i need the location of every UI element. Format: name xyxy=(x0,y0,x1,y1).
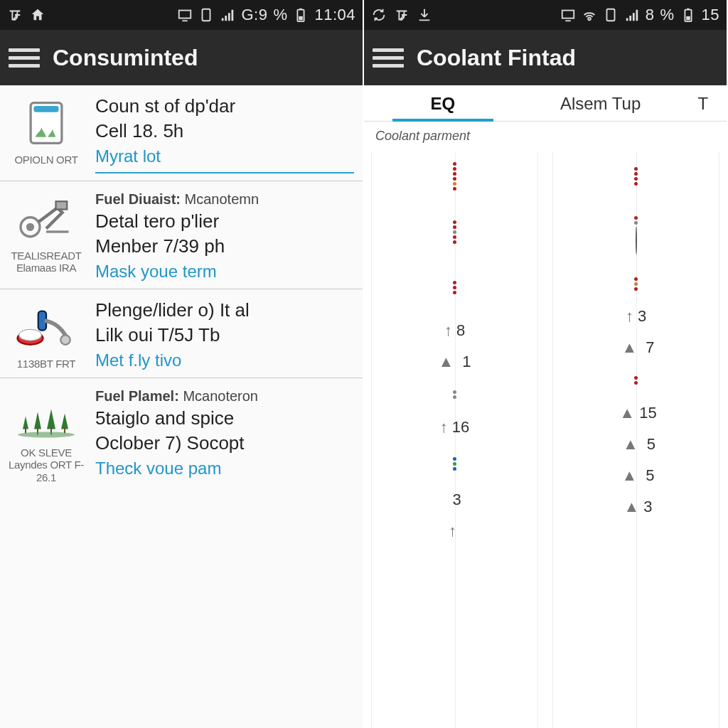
chart-value: ↑ 8 xyxy=(444,321,465,340)
list-item-content: Fuel Diuaist: Mcanotemn Detal tero p'lie… xyxy=(95,191,354,282)
row-link[interactable]: Theck voue pam xyxy=(95,457,354,478)
signal-icon xyxy=(624,7,640,23)
thumb-caption: OK SLEVE Layndes ORT F-26.1 xyxy=(7,446,85,483)
row-line2: Detal tero p'lier xyxy=(95,210,354,232)
home-icon xyxy=(30,7,46,23)
sim-icon xyxy=(603,7,619,23)
row-line2: 5taiglo and spice xyxy=(95,407,354,429)
chart-area[interactable]: ↑ 8 ▲ 1 ↑ 16 3 ↑ xyxy=(364,146,727,728)
signal-number: 8 xyxy=(646,6,655,24)
pct-label: % xyxy=(273,6,287,24)
row-link[interactable]: Myrat lot xyxy=(95,145,354,166)
chart-dots xyxy=(634,273,638,294)
svg-rect-20 xyxy=(606,9,614,21)
svg-rect-23 xyxy=(687,9,690,10)
chart-value-text: 5 xyxy=(646,466,654,485)
chart-value: ↑ 3 xyxy=(626,307,646,326)
cast-icon xyxy=(560,7,576,23)
svg-point-13 xyxy=(60,335,70,345)
tool-icon xyxy=(14,299,78,355)
chart-value-text: 1 xyxy=(462,353,471,371)
list-thumb: TEALISREADT Elamaas IRA xyxy=(7,191,85,282)
arrow-up-icon: ▲ xyxy=(438,353,454,371)
arrow-up-icon: ↑ xyxy=(626,307,633,326)
chart-value: ▲ 5 xyxy=(616,435,655,454)
arrow-up-icon: ↑ xyxy=(449,522,456,540)
list-thumb: OK SLEVE Layndes ORT F-26.1 xyxy=(7,388,85,483)
network-type: G:9 xyxy=(241,6,267,24)
row-line2: Cell 18. 5h xyxy=(95,120,354,142)
chart-dots xyxy=(634,210,638,260)
svg-point-8 xyxy=(26,223,34,231)
list-thumb: 1138BT FRT xyxy=(7,299,85,370)
chart-value: ▲ 5 xyxy=(617,466,654,485)
list-item[interactable]: TEALISREADT Elamaas IRA Fuel Diuaist: Mc… xyxy=(0,181,363,289)
phone-right: 8 % 15 Coolant Fintad EQ Alsem Tup T Coo… xyxy=(364,0,728,728)
clock: 15 xyxy=(702,6,719,24)
chart-value: ▲ 3 xyxy=(619,498,652,516)
svg-point-18 xyxy=(18,432,75,437)
chart-dots xyxy=(453,210,456,253)
kanji-icon xyxy=(7,7,23,23)
wifi-icon xyxy=(582,7,597,23)
svg-rect-22 xyxy=(686,16,690,21)
list-item[interactable]: OPIOLN ORT Coun st of dp'dar Cell 18. 5h… xyxy=(0,85,363,181)
row-subtitle: Fuel Diuaist: Mcanotemn xyxy=(95,191,354,208)
row-link[interactable]: Mask youe term xyxy=(95,260,354,282)
chart-value-text: 3 xyxy=(638,307,646,326)
row-subtitle: Fuel Plamel: Mcanoteron xyxy=(95,388,354,405)
tab-eq[interactable]: EQ xyxy=(364,85,522,121)
chart-dots xyxy=(453,449,456,478)
status-bar: 8 % 15 xyxy=(364,0,727,30)
status-left xyxy=(371,7,432,23)
arrow-up-icon: ▲ xyxy=(623,435,638,454)
list-item[interactable]: OK SLEVE Layndes ORT F-26.1 Fuel Plamel:… xyxy=(0,378,363,491)
row-subtitle-bold: Fuel Plamel: xyxy=(95,388,179,404)
svg-rect-6 xyxy=(34,106,59,112)
trees-icon xyxy=(14,388,78,444)
battery-icon xyxy=(680,7,696,23)
page-title: Coolant Fintad xyxy=(417,45,576,71)
svg-rect-17 xyxy=(64,427,65,433)
battery-icon xyxy=(293,7,309,23)
row-line3: Lilk oui T/5J Tb xyxy=(95,324,354,346)
clock: 11:04 xyxy=(314,6,355,24)
list-thumb: OPIOLN ORT xyxy=(7,95,85,173)
accent-divider xyxy=(95,172,354,173)
status-right: G:9 % 11:04 xyxy=(177,6,355,24)
chart-value: ▲ 1 xyxy=(438,353,471,371)
thumb-caption: TEALISREADT Elamaas IRA xyxy=(7,250,85,274)
menu-icon[interactable] xyxy=(373,42,404,73)
svg-point-11 xyxy=(19,329,42,341)
thumb-caption: OPIOLN ORT xyxy=(14,154,77,166)
tab-alsem[interactable]: Alsem Tup xyxy=(522,85,680,121)
row-link[interactable]: Met f.ly tivo xyxy=(95,349,354,370)
thumb-caption: 1138BT FRT xyxy=(17,358,75,370)
tab-t[interactable]: T xyxy=(679,85,727,121)
svg-rect-0 xyxy=(179,11,191,18)
list-item[interactable]: 1138BT FRT Plenge/lider o) It al Lilk ou… xyxy=(0,289,363,378)
arrow-up-icon: ↑ xyxy=(440,418,448,437)
chart-value-text: 5 xyxy=(647,435,655,454)
arrow-up-icon: ▲ xyxy=(619,404,635,422)
chart-column-eq: ↑ 8 ▲ 1 ↑ 16 3 ↑ xyxy=(371,152,538,728)
row-subtitle-bold: Fuel Diuaist: xyxy=(95,191,181,207)
menu-icon[interactable] xyxy=(9,42,40,73)
chart-dots xyxy=(634,155,638,198)
svg-rect-19 xyxy=(562,11,574,18)
status-right: 8 % 15 xyxy=(560,6,719,24)
list-item-content: Fuel Plamel: Mcanoteron 5taiglo and spic… xyxy=(95,388,354,483)
row-line3: Oclober 7) Socopt xyxy=(95,432,354,454)
arrow-up-icon: ▲ xyxy=(623,498,639,516)
chart-value: 3 xyxy=(448,491,461,509)
chart-value: ↑ xyxy=(449,522,461,540)
sync-icon xyxy=(371,7,387,23)
arrow-up-icon: ↑ xyxy=(444,321,452,340)
page-title: Consuminted xyxy=(53,45,198,71)
pct-label: % xyxy=(660,6,674,24)
list-item-content: Plenge/lider o) It al Lilk oui T/5J Tb M… xyxy=(95,299,354,370)
row-line3: Menber 7/39 ph xyxy=(95,235,354,257)
app-bar: Coolant Fintad xyxy=(364,30,727,85)
row-subtitle-small: Mcanoteron xyxy=(183,388,258,404)
status-bar: G:9 % 11:04 xyxy=(0,0,363,30)
